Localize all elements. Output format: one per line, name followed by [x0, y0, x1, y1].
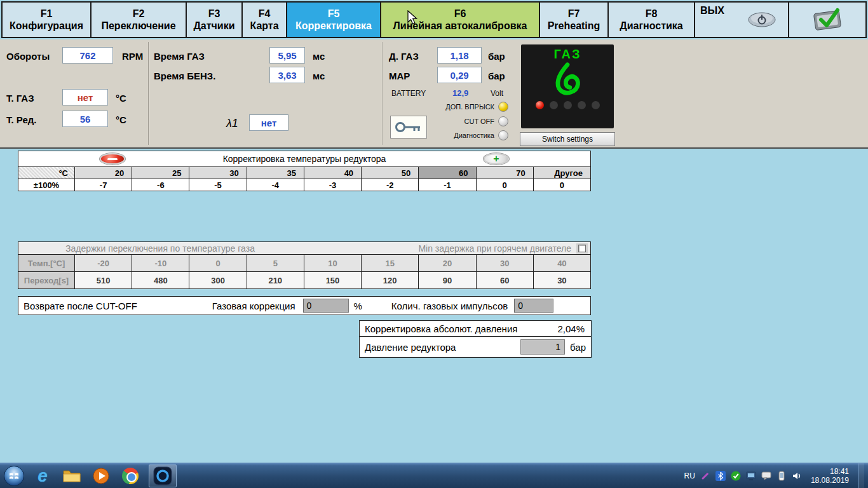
- tab-key: F6: [454, 8, 466, 20]
- tab-key: F5: [328, 8, 340, 20]
- delay-temp-cell: 0: [189, 254, 246, 271]
- tab-key: F2: [133, 8, 145, 20]
- battery-label: BATTERY: [391, 89, 426, 98]
- phone-sync-icon[interactable]: [776, 471, 787, 481]
- exit-label: ВЫХ: [700, 5, 724, 17]
- reducer-pressure-input[interactable]: 1: [520, 339, 565, 355]
- security-check-icon[interactable]: [731, 471, 741, 481]
- battery-value: 12,9: [452, 88, 468, 98]
- gas-correction-input[interactable]: 0: [303, 299, 349, 313]
- power-icon[interactable]: [747, 11, 776, 30]
- temp-column[interactable]: 35: [247, 166, 304, 179]
- min-delay-label: Min задержка при горячем двигателе: [418, 243, 571, 254]
- delay-temp-cell: -20: [74, 254, 132, 271]
- media-player-icon[interactable]: [90, 465, 112, 487]
- panel-divider: [382, 42, 383, 145]
- reducer-temp-correction-table: Корректировка температуры редуктора + °C…: [18, 151, 591, 191]
- tab-f7-preheating[interactable]: F7 Preheating: [539, 1, 609, 38]
- temp-column[interactable]: 25: [132, 166, 189, 179]
- delay-value-cell: 30: [533, 271, 590, 288]
- windows-flag-icon: [9, 471, 19, 481]
- tab-label: Диагностика: [620, 20, 683, 32]
- exit-button[interactable]: ВЫХ: [694, 1, 789, 38]
- correction-cell[interactable]: -5: [189, 179, 246, 191]
- show-desktop-button[interactable]: [858, 463, 864, 488]
- decrease-button[interactable]: [100, 153, 125, 165]
- reducer-temp-unit: °C: [116, 114, 126, 125]
- gas-level-leds: [536, 101, 600, 109]
- tab-f1-configuration[interactable]: F1 Конфигурация: [1, 1, 92, 38]
- correction-cell[interactable]: -7: [74, 179, 132, 191]
- display-settings-icon[interactable]: [746, 471, 756, 481]
- diagnostics-indicator: Диагностика: [454, 130, 508, 140]
- clock-date: 18.08.2019: [811, 476, 849, 485]
- taskbar-clock[interactable]: 18:41 18.08.2019: [811, 467, 849, 485]
- tab-label: Переключение: [101, 20, 175, 32]
- start-button[interactable]: [4, 466, 24, 486]
- chrome-icon[interactable]: [119, 465, 141, 487]
- absolute-pressure-value: 2,04%: [557, 323, 585, 334]
- system-tray: RU: [684, 463, 864, 488]
- min-delay-checkbox-frame: [576, 243, 588, 254]
- correction-cell[interactable]: 0: [533, 179, 590, 191]
- increase-button[interactable]: +: [484, 153, 509, 165]
- tab-f2-switching[interactable]: F2 Переключение: [90, 1, 187, 38]
- gas-led: [578, 101, 586, 109]
- correction-cell[interactable]: 0: [476, 179, 533, 191]
- file-explorer-icon[interactable]: [61, 465, 83, 487]
- reducer-temp-value: 56: [62, 111, 108, 127]
- correction-cell[interactable]: -6: [132, 179, 189, 191]
- petrol-time-value: 3,63: [269, 67, 305, 83]
- reducer-table-title: Корректировка температуры редуктора: [223, 154, 386, 164]
- temp-column[interactable]: 50: [361, 166, 418, 179]
- volume-icon[interactable]: [792, 471, 802, 481]
- tab-label: Preheating: [548, 20, 600, 32]
- gas-ecu-app-taskbar-button[interactable]: [149, 464, 177, 487]
- temp-unit-header: °C: [18, 166, 74, 179]
- correction-cell[interactable]: -4: [247, 179, 304, 191]
- rpm-value: 762: [62, 47, 113, 64]
- tab-f5-correction-active[interactable]: F5 Корректировка: [286, 1, 381, 38]
- gas-correction-label: Газовая коррекция: [212, 301, 295, 311]
- temp-column[interactable]: 70: [476, 166, 533, 179]
- delay-transition-row-label: Переход[s]: [18, 271, 74, 288]
- temp-column[interactable]: 20: [74, 166, 132, 179]
- map-value: 0,29: [437, 67, 482, 83]
- tab-f8-diagnostics[interactable]: F8 Диагностика: [607, 1, 695, 38]
- temp-column-other[interactable]: Другое: [533, 166, 590, 179]
- temp-column[interactable]: 30: [189, 166, 246, 179]
- tab-label: Корректировка: [295, 20, 372, 32]
- reducer-pressure-row: Давление редуктора 1 бар: [360, 337, 591, 357]
- language-indicator[interactable]: RU: [684, 471, 695, 480]
- correction-cell[interactable]: -3: [304, 179, 361, 191]
- min-delay-checkbox[interactable]: [578, 245, 586, 252]
- temp-column[interactable]: 40: [304, 166, 361, 179]
- cut-off-indicator: CUT OFF: [465, 116, 508, 126]
- gas-pressure-unit: бар: [488, 51, 505, 62]
- save-button[interactable]: [788, 1, 867, 38]
- switch-delay-table: Задержки переключения по температуре газ…: [18, 241, 591, 289]
- correction-cell[interactable]: -1: [418, 179, 475, 191]
- pen-input-icon[interactable]: [700, 471, 710, 481]
- bluetooth-icon[interactable]: [715, 471, 726, 481]
- tab-f6-linear-autocalibration[interactable]: F6 Линейная автокалибровка: [380, 1, 540, 38]
- gas-pulses-input[interactable]: 0: [514, 299, 553, 313]
- tab-label: Линейная автокалибровка: [393, 20, 527, 32]
- petrol-time-unit: мс: [313, 71, 325, 81]
- internet-explorer-icon[interactable]: e: [32, 465, 53, 487]
- temp-column-selected[interactable]: 60: [418, 166, 475, 179]
- delay-temp-cell: 20: [418, 254, 475, 271]
- messenger-icon[interactable]: [761, 471, 771, 481]
- tab-key: F8: [646, 8, 658, 20]
- gas-led: [592, 101, 600, 109]
- live-status-panel: Обороты 762 RPM Т. ГАЗ нет °C Т. Ред. 56…: [0, 39, 868, 149]
- reducer-table-header: Корректировка температуры редуктора +: [18, 151, 590, 166]
- switch-settings-button[interactable]: Switch settings: [520, 132, 615, 146]
- tab-f3-sensors[interactable]: F3 Датчики: [186, 1, 243, 38]
- correction-cell[interactable]: -2: [361, 179, 418, 191]
- gas-led: [550, 101, 558, 109]
- delay-table-header: Задержки переключения по температуре газ…: [18, 242, 590, 254]
- gas-switch-panel: ГАЗ: [521, 44, 614, 128]
- tab-label: Датчики: [193, 20, 234, 32]
- tab-f4-map[interactable]: F4 Карта: [241, 1, 287, 38]
